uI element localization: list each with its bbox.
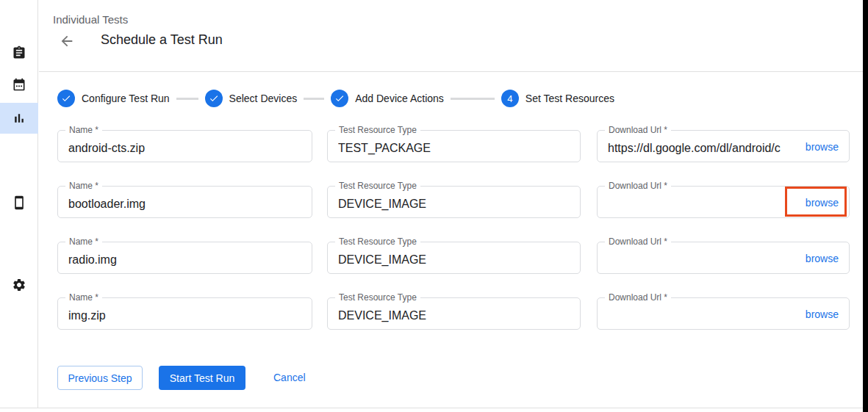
type-field-row2: Test Resource Type: [327, 186, 581, 218]
name-input-row2[interactable]: [58, 187, 312, 217]
step-number-badge: 4: [501, 90, 519, 107]
bottom-divider: [0, 408, 863, 408]
type-field-row1: Test Resource Type: [327, 130, 581, 162]
smartphone-icon: [12, 195, 26, 210]
stepper-connector: [304, 98, 324, 100]
bar-chart-icon: [12, 111, 26, 126]
step-label: Select Devices: [229, 93, 298, 104]
browse-link-row1[interactable]: browse: [806, 141, 839, 153]
name-field-label: Name *: [65, 292, 102, 303]
type-field-label: Test Resource Type: [335, 125, 420, 135]
name-input-row3[interactable]: [58, 242, 312, 273]
step-select-devices[interactable]: Select Devices: [205, 90, 298, 107]
step-label: Set Test Resources: [526, 93, 614, 104]
sidebar: [0, 0, 38, 408]
calendar-icon: [12, 77, 26, 92]
url-field-label: Download Url *: [605, 125, 671, 135]
type-field-label: Test Resource Type: [335, 181, 420, 191]
browse-link-row3[interactable]: browse: [806, 253, 839, 264]
annotation-rectangle: [785, 187, 847, 217]
url-field-label: Download Url *: [605, 181, 671, 191]
name-field-label: Name *: [65, 181, 102, 191]
app-window: Individual Tests Schedule a Test Run Con…: [0, 0, 868, 412]
page-title: Schedule a Test Run: [101, 32, 223, 48]
cancel-button[interactable]: Cancel: [273, 372, 306, 383]
back-button[interactable]: [59, 33, 75, 49]
sidebar-item-test-plans[interactable]: [0, 69, 38, 100]
check-icon: [205, 90, 223, 107]
breadcrumb: Individual Tests: [53, 13, 128, 26]
name-field-label: Name *: [65, 125, 102, 135]
sidebar-item-settings[interactable]: [0, 270, 38, 300]
type-field-row3: Test Resource Type: [327, 242, 581, 274]
step-set-test-resources[interactable]: 4 Set Test Resources: [501, 90, 614, 107]
type-input-row3[interactable]: [328, 242, 580, 273]
check-icon: [331, 90, 348, 107]
name-field-row4: Name *: [57, 297, 312, 330]
type-input-row2[interactable]: [328, 187, 580, 217]
stepper: Configure Test Run Select Devices Add De…: [57, 90, 614, 107]
url-field-label: Download Url *: [605, 292, 671, 303]
screen-edge-bar: [863, 0, 868, 412]
gear-icon: [12, 278, 26, 292]
name-field-row2: Name *: [57, 186, 312, 218]
assignment-icon: [12, 46, 26, 60]
step-add-device-actions[interactable]: Add Device Actions: [331, 90, 444, 107]
url-field-row4: Download Url * browse: [597, 297, 850, 330]
header-divider: [39, 71, 863, 72]
arrow-back-icon: [59, 33, 75, 49]
sidebar-item-test-runs[interactable]: [0, 103, 38, 134]
start-test-run-button[interactable]: Start Test Run: [159, 366, 245, 390]
url-field-label: Download Url *: [605, 236, 671, 247]
name-field-row3: Name *: [57, 242, 312, 274]
type-field-label: Test Resource Type: [335, 236, 420, 247]
sidebar-item-tests[interactable]: [0, 37, 38, 68]
name-field-row1: Name *: [57, 130, 312, 162]
url-field-row1: Download Url * browse: [597, 130, 850, 162]
stepper-connector: [176, 98, 198, 100]
name-input-row1[interactable]: [58, 131, 312, 162]
type-input-row4[interactable]: [328, 298, 580, 329]
type-input-row1[interactable]: [328, 131, 580, 162]
check-icon: [57, 90, 75, 107]
type-field-label: Test Resource Type: [335, 292, 420, 303]
browse-link-row4[interactable]: browse: [806, 308, 839, 320]
step-label: Add Device Actions: [355, 93, 444, 104]
type-field-row4: Test Resource Type: [327, 297, 581, 330]
url-field-row3: Download Url * browse: [597, 242, 850, 274]
step-configure-test-run[interactable]: Configure Test Run: [57, 90, 170, 107]
name-input-row4[interactable]: [58, 298, 312, 329]
sidebar-item-devices[interactable]: [0, 187, 38, 218]
step-label: Configure Test Run: [82, 93, 170, 104]
previous-step-button[interactable]: Previous Step: [57, 366, 143, 390]
stepper-connector: [451, 98, 495, 100]
name-field-label: Name *: [65, 236, 102, 247]
